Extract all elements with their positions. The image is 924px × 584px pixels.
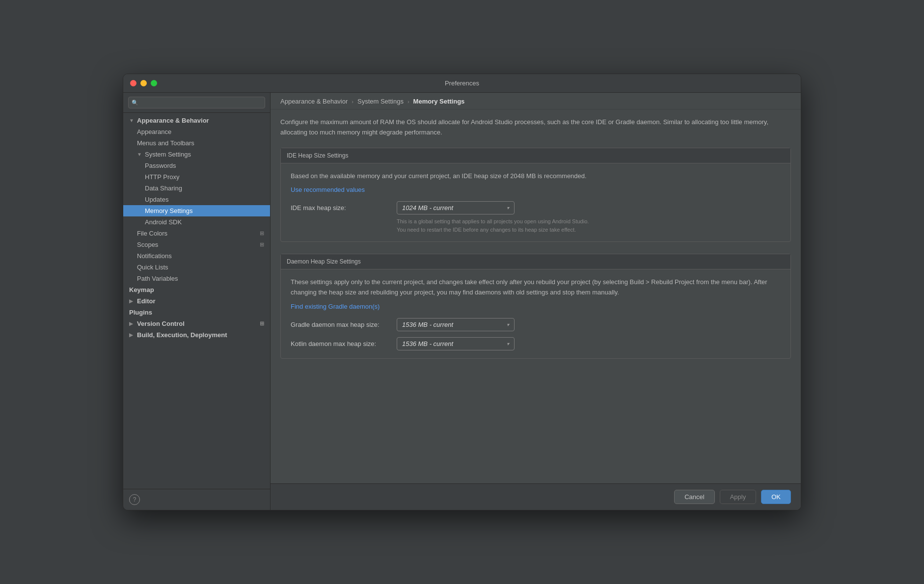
sidebar-item-label: Keymap bbox=[129, 286, 264, 293]
sidebar-item-editor[interactable]: ▶ Editor bbox=[123, 295, 270, 307]
sidebar-item-android-sdk[interactable]: Android SDK bbox=[123, 216, 270, 228]
gradle-daemon-value: 1536 MB - current bbox=[402, 321, 453, 328]
cancel-button[interactable]: Cancel bbox=[674, 490, 714, 504]
description-text: Configure the maximum amount of RAM the … bbox=[280, 117, 791, 138]
chevron-down-icon: ▾ bbox=[507, 322, 509, 327]
sidebar-item-quick-lists[interactable]: Quick Lists bbox=[123, 262, 270, 273]
bottom-bar: Cancel Apply OK bbox=[271, 483, 801, 510]
close-button[interactable] bbox=[130, 80, 136, 86]
search-input[interactable] bbox=[128, 97, 265, 108]
window-title: Preferences bbox=[445, 80, 479, 87]
sidebar-item-label: Path Variables bbox=[137, 275, 264, 282]
arrow-icon: ▶ bbox=[129, 332, 135, 338]
sidebar-footer: ? bbox=[123, 489, 270, 510]
ide-heap-dropdown-value: 1024 MB - current bbox=[402, 204, 453, 212]
sidebar-item-label: Plugins bbox=[129, 309, 264, 316]
sidebar-item-memory-settings[interactable]: Memory Settings bbox=[123, 205, 270, 216]
breadcrumb-arrow-2: › bbox=[408, 99, 409, 105]
gradle-daemon-label: Gradle daemon max heap size: bbox=[291, 321, 389, 328]
sidebar-item-label: HTTP Proxy bbox=[145, 173, 264, 181]
title-bar: Preferences bbox=[123, 74, 801, 93]
sidebar-item-plugins[interactable]: Plugins bbox=[123, 307, 270, 318]
recommendation-text: Based on the available memory and your c… bbox=[291, 171, 781, 182]
arrow-icon: ▶ bbox=[129, 321, 135, 326]
kotlin-daemon-field-row: Kotlin daemon max heap size: 1536 MB - c… bbox=[291, 337, 781, 350]
panel-scroll: Configure the maximum amount of RAM the … bbox=[271, 109, 801, 483]
sidebar-item-label: System Settings bbox=[145, 151, 264, 158]
find-gradle-daemon-link[interactable]: Find existing Gradle daemon(s) bbox=[291, 303, 781, 310]
sidebar-item-http-proxy[interactable]: HTTP Proxy bbox=[123, 171, 270, 183]
arrow-icon: ▼ bbox=[129, 118, 135, 123]
breadcrumb-part1: Appearance & Behavior bbox=[280, 98, 348, 105]
kotlin-daemon-value: 1536 MB - current bbox=[402, 340, 453, 347]
use-recommended-values-link[interactable]: Use recommended values bbox=[291, 186, 781, 193]
ide-heap-dropdown[interactable]: 1024 MB - current ▾ bbox=[397, 201, 515, 214]
ide-heap-label: IDE max heap size: bbox=[291, 204, 389, 212]
sidebar-item-system-settings[interactable]: ▼ System Settings bbox=[123, 149, 270, 160]
sidebar-item-keymap[interactable]: Keymap bbox=[123, 284, 270, 295]
daemon-description: These settings apply only to the current… bbox=[291, 277, 781, 298]
sidebar-item-appearance[interactable]: Appearance bbox=[123, 126, 270, 137]
ide-heap-section: IDE Heap Size Settings Based on the avai… bbox=[280, 148, 791, 242]
window-controls bbox=[130, 80, 157, 86]
settings-icon: ⊞ bbox=[260, 241, 264, 248]
sidebar-item-label: Updates bbox=[145, 196, 264, 203]
help-button[interactable]: ? bbox=[129, 494, 140, 505]
sidebar-item-notifications[interactable]: Notifications bbox=[123, 250, 270, 262]
daemon-heap-body: These settings apply only to the current… bbox=[281, 269, 790, 358]
arrow-icon: ▼ bbox=[137, 152, 143, 157]
settings-icon: ⊞ bbox=[260, 320, 264, 327]
breadcrumb-part3: Memory Settings bbox=[413, 98, 465, 105]
ide-heap-field-row: IDE max heap size: 1024 MB - current ▾ bbox=[291, 201, 781, 214]
sidebar-item-label: Appearance bbox=[137, 128, 264, 135]
sidebar-item-label: Android SDK bbox=[145, 218, 264, 226]
sidebar-item-label: Scopes bbox=[137, 241, 258, 248]
gradle-daemon-field-row: Gradle daemon max heap size: 1536 MB - c… bbox=[291, 318, 781, 331]
search-icon: 🔍 bbox=[132, 100, 138, 106]
minimize-button[interactable] bbox=[140, 80, 147, 86]
sidebar-item-label: Appearance & Behavior bbox=[137, 117, 264, 124]
sidebar-item-scopes[interactable]: Scopes ⊞ bbox=[123, 239, 270, 250]
breadcrumb: Appearance & Behavior › System Settings … bbox=[271, 93, 801, 109]
apply-button[interactable]: Apply bbox=[720, 490, 757, 504]
settings-icon: ⊞ bbox=[260, 230, 264, 237]
breadcrumb-arrow-1: › bbox=[352, 99, 353, 105]
ide-heap-hint: This is a global setting that applies to… bbox=[397, 217, 593, 234]
sidebar-item-label: Memory Settings bbox=[145, 207, 264, 214]
sidebar-item-appearance-behavior[interactable]: ▼ Appearance & Behavior bbox=[123, 115, 270, 126]
gradle-daemon-dropdown[interactable]: 1536 MB - current ▾ bbox=[397, 318, 515, 331]
chevron-down-icon: ▾ bbox=[507, 341, 509, 346]
sidebar: 🔍 ▼ Appearance & Behavior Appearance Men… bbox=[123, 93, 271, 510]
ide-heap-body: Based on the available memory and your c… bbox=[281, 163, 790, 242]
breadcrumb-part2: System Settings bbox=[357, 98, 404, 105]
sidebar-item-label: Editor bbox=[137, 297, 264, 305]
main-content: 🔍 ▼ Appearance & Behavior Appearance Men… bbox=[123, 93, 801, 510]
sidebar-item-build-exec-deploy[interactable]: ▶ Build, Execution, Deployment bbox=[123, 329, 270, 341]
sidebar-item-data-sharing[interactable]: Data Sharing bbox=[123, 183, 270, 194]
sidebar-item-label: Build, Execution, Deployment bbox=[137, 331, 264, 339]
maximize-button[interactable] bbox=[151, 80, 157, 86]
ide-heap-title: IDE Heap Size Settings bbox=[281, 148, 790, 163]
daemon-heap-title: Daemon Heap Size Settings bbox=[281, 254, 790, 269]
search-wrap: 🔍 bbox=[128, 97, 265, 108]
sidebar-item-menus-toolbars[interactable]: Menus and Toolbars bbox=[123, 137, 270, 149]
sidebar-item-updates[interactable]: Updates bbox=[123, 194, 270, 205]
sidebar-tree: ▼ Appearance & Behavior Appearance Menus… bbox=[123, 113, 270, 489]
sidebar-item-file-colors[interactable]: File Colors ⊞ bbox=[123, 228, 270, 239]
sidebar-item-label: Quick Lists bbox=[137, 264, 264, 271]
sidebar-item-path-variables[interactable]: Path Variables bbox=[123, 273, 270, 284]
sidebar-item-label: Passwords bbox=[145, 162, 264, 169]
sidebar-item-label: Menus and Toolbars bbox=[137, 139, 264, 147]
kotlin-daemon-dropdown[interactable]: 1536 MB - current ▾ bbox=[397, 337, 515, 350]
arrow-icon: ▶ bbox=[129, 298, 135, 304]
sidebar-item-label: File Colors bbox=[137, 230, 258, 237]
kotlin-daemon-label: Kotlin daemon max heap size: bbox=[291, 340, 389, 347]
search-bar: 🔍 bbox=[123, 93, 270, 113]
chevron-down-icon: ▾ bbox=[507, 205, 509, 211]
sidebar-item-label: Notifications bbox=[137, 252, 264, 260]
sidebar-item-version-control[interactable]: ▶ Version Control ⊞ bbox=[123, 318, 270, 329]
daemon-heap-section: Daemon Heap Size Settings These settings… bbox=[280, 254, 791, 359]
sidebar-item-passwords[interactable]: Passwords bbox=[123, 160, 270, 171]
preferences-window: Preferences 🔍 ▼ Appearance & Behavior Ap… bbox=[123, 74, 801, 510]
ok-button[interactable]: OK bbox=[761, 490, 791, 504]
